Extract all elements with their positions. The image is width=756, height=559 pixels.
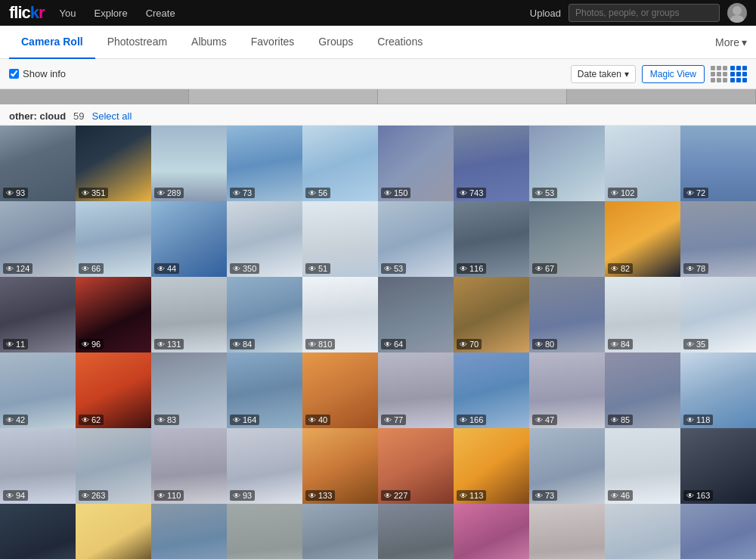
list-item[interactable]: 👁80 <box>76 504 151 559</box>
tabs-more[interactable]: More ▾ <box>715 36 747 48</box>
view-count-text: 164 <box>243 415 256 424</box>
list-item[interactable]: 👁351 <box>76 126 151 201</box>
list-item[interactable]: 👁73 <box>227 126 302 201</box>
list-item[interactable]: 👁93 <box>0 126 76 201</box>
eye-icon: 👁 <box>611 340 618 349</box>
tab-favorites[interactable]: Favorites <box>239 26 307 59</box>
dense-grid-view-button[interactable] <box>730 66 747 82</box>
date-taken-dropdown[interactable]: Date taken ▾ <box>571 65 636 83</box>
list-item[interactable]: 👁51 <box>302 201 378 277</box>
list-item[interactable]: 👁77 <box>378 352 454 428</box>
photo-view-count: 👁67 <box>532 263 557 274</box>
eye-icon: 👁 <box>233 340 240 349</box>
tab-albums[interactable]: Albums <box>179 26 239 59</box>
top-nav: flickr You Explore Create Upload <box>0 0 756 26</box>
list-item[interactable]: 👁70 <box>454 277 529 352</box>
list-item[interactable]: 👁116 <box>454 504 529 559</box>
list-item[interactable]: 👁124 <box>0 201 76 277</box>
photo-view-count: 👁44 <box>154 263 179 274</box>
list-item[interactable]: 👁163 <box>680 428 756 504</box>
list-item[interactable]: 👁35 <box>680 277 756 352</box>
list-item[interactable]: 👁133 <box>302 428 378 504</box>
upload-button[interactable]: Upload <box>530 8 561 19</box>
show-info-checkbox[interactable] <box>9 69 19 79</box>
list-item[interactable]: 👁96 <box>76 277 151 352</box>
view-count-text: 110 <box>167 491 181 500</box>
search-input[interactable] <box>569 4 720 22</box>
view-count-text: 85 <box>621 415 630 424</box>
view-count-text: 35 <box>696 340 705 349</box>
list-item[interactable]: 👁80 <box>529 277 605 352</box>
list-item[interactable]: 👁64 <box>378 277 454 352</box>
list-item[interactable]: 👁84 <box>680 504 756 559</box>
list-item[interactable]: 👁94 <box>0 428 76 504</box>
list-item[interactable]: 👁85 <box>605 352 680 428</box>
tab-groups[interactable]: Groups <box>306 26 365 59</box>
eye-icon: 👁 <box>157 416 165 424</box>
list-item[interactable]: 👁164 <box>227 352 302 428</box>
magic-view-button[interactable]: Magic View <box>642 65 705 83</box>
photo-view-count: 👁150 <box>381 188 411 198</box>
eye-icon: 👁 <box>384 416 392 424</box>
list-item[interactable]: 👁46 <box>605 428 680 504</box>
list-item[interactable]: 👁432 <box>0 504 76 559</box>
list-item[interactable]: 👁66 <box>76 201 151 277</box>
list-item[interactable]: 👁93 <box>227 428 302 504</box>
nav-explore[interactable]: Explore <box>85 0 137 26</box>
tab-creations[interactable]: Creations <box>365 26 435 59</box>
list-item[interactable]: 👁67 <box>529 201 605 277</box>
list-item[interactable]: 👁110 <box>151 428 227 504</box>
list-item[interactable]: 👁47 <box>529 352 605 428</box>
list-item[interactable]: 👁82 <box>605 201 680 277</box>
list-item[interactable]: 👁53 <box>529 126 605 201</box>
list-item[interactable]: 👁73 <box>529 428 605 504</box>
list-item[interactable]: 👁350 <box>227 201 302 277</box>
list-item[interactable]: 👁78 <box>680 201 756 277</box>
list-item[interactable]: 👁113 <box>454 428 529 504</box>
list-item[interactable]: 👁11 <box>0 277 76 352</box>
list-item[interactable]: 👁60 <box>529 504 605 559</box>
list-item[interactable]: 👁42 <box>0 352 76 428</box>
eye-icon: 👁 <box>233 265 240 273</box>
list-item[interactable]: 👁131 <box>151 277 227 352</box>
list-item[interactable]: 👁44 <box>151 201 227 277</box>
nav-you[interactable]: You <box>51 0 85 26</box>
view-count-text: 64 <box>394 340 403 349</box>
list-item[interactable]: 👁150 <box>378 126 454 201</box>
list-item[interactable]: 👁289 <box>151 126 227 201</box>
list-item[interactable]: 👁218 <box>151 504 227 559</box>
list-item[interactable]: 👁557 <box>302 504 378 559</box>
tab-camera-roll[interactable]: Camera Roll <box>9 26 95 59</box>
list-item[interactable]: 👁118 <box>680 352 756 428</box>
list-item[interactable]: 👁84 <box>227 277 302 352</box>
view-count-text: 94 <box>16 491 25 500</box>
nav-create[interactable]: Create <box>137 0 184 26</box>
list-item[interactable]: 👁56 <box>302 126 378 201</box>
view-count-text: 56 <box>318 188 327 197</box>
tab-photostream[interactable]: Photostream <box>95 26 179 59</box>
list-item[interactable]: 👁743 <box>454 126 529 201</box>
grid-view-button[interactable] <box>711 66 727 82</box>
show-info-label[interactable]: Show info <box>9 68 66 79</box>
avatar[interactable] <box>727 3 747 23</box>
list-item[interactable]: 👁58 <box>605 504 680 559</box>
list-item[interactable]: 👁263 <box>76 428 151 504</box>
list-item[interactable]: 👁227 <box>378 428 454 504</box>
list-item[interactable]: 👁72 <box>680 126 756 201</box>
select-all-link[interactable]: Select all <box>92 110 132 122</box>
list-item[interactable]: 👁62 <box>76 352 151 428</box>
list-item[interactable]: 👁53 <box>378 201 454 277</box>
list-item[interactable]: 👁92 <box>227 504 302 559</box>
list-item[interactable]: 👁166 <box>454 352 529 428</box>
list-item[interactable]: 👁83 <box>151 352 227 428</box>
photo-view-count: 👁351 <box>79 188 108 198</box>
eye-icon: 👁 <box>233 416 240 424</box>
list-item[interactable]: 👁84 <box>605 277 680 352</box>
list-item[interactable]: 👁40 <box>302 352 378 428</box>
list-item[interactable]: 🔒 <box>378 504 454 559</box>
list-item[interactable]: 👁116 <box>454 201 529 277</box>
list-item[interactable]: 👁810 <box>302 277 378 352</box>
list-item[interactable]: 👁102 <box>605 126 680 201</box>
eye-icon: 👁 <box>460 492 467 500</box>
flickr-logo[interactable]: flickr <box>9 3 45 23</box>
